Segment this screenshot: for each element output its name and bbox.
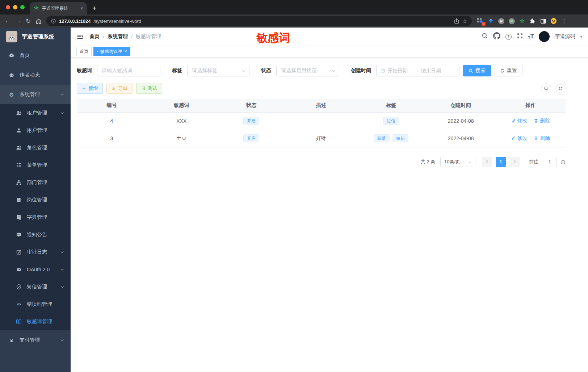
reset-button[interactable]: 重置 (495, 65, 522, 76)
side-panel-icon[interactable] (540, 18, 546, 24)
new-tab-button[interactable]: + (87, 2, 102, 14)
sidebar-item-system[interactable]: ⚙ 系统管理 (0, 85, 71, 104)
breadcrumb-separator: / (103, 34, 104, 39)
app-logo-rabbit-icon: 🐰 (6, 31, 17, 42)
sidebar-item-label: 租户管理 (27, 110, 47, 116)
browser-menu-icon[interactable]: ⋮ (561, 18, 567, 24)
address-bar[interactable]: 127.0.0.1:1024/system/sensitive-word ☆ (46, 16, 472, 26)
status-label: 状态 (261, 67, 271, 74)
sidebar-item-label: 短信管理 (27, 284, 47, 290)
screen: 芋道管理系统 × + ← → ↻ 127.0.0.1:1024/system/s… (0, 0, 588, 372)
tag-close-icon[interactable]: × (125, 49, 127, 54)
zoom-window-button[interactable] (20, 5, 25, 9)
help-icon[interactable]: ? (505, 34, 512, 40)
export-button[interactable]: 导出 (106, 83, 133, 94)
breadcrumb-home[interactable]: 首页 (89, 33, 100, 40)
info-icon[interactable] (51, 18, 56, 24)
page-number-button[interactable]: 1 (496, 157, 506, 167)
browser-tab-title: 芋道管理系统 (42, 5, 68, 12)
dashboard-icon (9, 53, 14, 58)
extension-record-icon[interactable] (508, 18, 515, 24)
sidebar-item-role[interactable]: 角色管理 (0, 139, 71, 156)
sidebar-item-home[interactable]: 首页 (0, 46, 71, 65)
app-logo-row[interactable]: 🐰 芋道管理系统 (0, 28, 71, 46)
font-size-icon[interactable]: TT (528, 33, 534, 40)
date-start-input[interactable] (387, 68, 415, 74)
share-icon[interactable] (454, 18, 459, 24)
prev-page-button[interactable] (482, 157, 492, 167)
sidebar-item-audit-log[interactable]: 审计日志 (0, 243, 71, 261)
close-window-button[interactable] (6, 5, 10, 9)
keyword-input[interactable] (97, 65, 160, 76)
sidebar-item-oauth[interactable]: OAuth 2.0 (0, 261, 71, 278)
edit-link[interactable]: 修改 (511, 135, 528, 142)
add-button[interactable]: 新增 (77, 83, 103, 94)
user-avatar[interactable] (539, 31, 550, 42)
sidebar: 🐰 芋道管理系统 首页 作者动态 ⚙ 系统管理 租户管理 (0, 28, 71, 372)
extension-command-icon[interactable]: ⌘ (498, 18, 504, 24)
sidebar-item-sms[interactable]: 短信管理 (0, 278, 71, 296)
sidebar-item-errcode[interactable]: </> 错误码管理 (0, 296, 71, 313)
breadcrumb: 首页 / 系统管理 / 敏感词管理 (89, 33, 161, 40)
home-icon[interactable] (33, 16, 43, 26)
extensions-puzzle-icon[interactable] (529, 18, 536, 24)
extension-gem-icon[interactable] (487, 18, 494, 24)
menu-tree-icon (16, 162, 22, 168)
delete-link[interactable]: 删除 (534, 118, 550, 124)
collapse-sidebar-icon[interactable] (76, 33, 84, 40)
sidebar-item-user[interactable]: 用户管理 (0, 122, 71, 139)
goto-page-input[interactable] (543, 157, 556, 167)
sidebar-item-post[interactable]: 岗位管理 (0, 191, 71, 209)
sidebar-item-payment[interactable]: ¥ 支付管理 (0, 330, 71, 350)
back-icon[interactable]: ← (3, 16, 13, 26)
table-toolbar: 新增 导出 测试 (77, 83, 566, 94)
red-annotation-text: 敏感词 (256, 30, 290, 46)
edit-link[interactable]: 修改 (511, 118, 528, 124)
reload-icon[interactable]: ↻ (23, 16, 33, 26)
page-size-select[interactable]: 10条/页 (440, 157, 475, 167)
page-content: 敏感词 标签 请选择标签 状态 请选择启用状态 (71, 58, 588, 167)
refresh-table-button[interactable] (555, 83, 566, 93)
tag-tab-sensitive-word[interactable]: ● 敏感词管理 × (93, 47, 130, 56)
show-search-toggle-button[interactable] (541, 83, 551, 93)
browser-tab[interactable]: 芋道管理系统 × (30, 2, 87, 14)
tag-tab-home[interactable]: 首页 (76, 47, 92, 56)
profile-avatar-icon[interactable] (550, 18, 557, 24)
date-range-picker[interactable]: - (376, 65, 459, 76)
calendar-icon (380, 68, 385, 73)
bookmark-star-icon[interactable]: ☆ (462, 18, 467, 25)
fullscreen-icon[interactable] (517, 33, 523, 41)
sidebar-item-label: 用户管理 (27, 127, 47, 134)
forward-icon[interactable]: → (13, 16, 23, 26)
breadcrumb-system[interactable]: 系统管理 (108, 33, 128, 40)
tab-close-icon[interactable]: × (80, 5, 83, 11)
minimize-window-button[interactable] (13, 5, 17, 9)
cell-word: 土豆 (147, 130, 217, 147)
github-icon[interactable] (493, 32, 500, 41)
test-button[interactable]: 测试 (136, 83, 162, 94)
next-page-button[interactable] (509, 157, 520, 167)
tag-select[interactable]: 请选择标签 (187, 65, 249, 76)
sidebar-item-tenant[interactable]: 租户管理 (0, 104, 71, 122)
users-icon (16, 110, 22, 116)
date-end-input[interactable] (421, 68, 448, 74)
delete-link[interactable]: 删除 (534, 135, 550, 142)
sidebar-item-menu[interactable]: 菜单管理 (0, 156, 71, 174)
sidebar-item-label: 支付管理 (20, 337, 40, 343)
header-search-icon[interactable] (482, 33, 488, 41)
sidebar-item-dict[interactable]: 字典管理 (0, 209, 71, 226)
extension-star-icon[interactable]: ☆ (519, 18, 525, 24)
active-dot-icon: ● (97, 50, 98, 53)
col-status: 状态 (217, 99, 286, 112)
user-menu-caret-icon[interactable]: ▾ (580, 34, 582, 39)
test-button-label: 测试 (148, 85, 157, 92)
sidebar-item-dept[interactable]: 部门管理 (0, 174, 71, 191)
search-button[interactable]: 搜索 (463, 65, 491, 76)
sidebar-item-notice[interactable]: 通知公告 (0, 226, 71, 243)
extension-grid-icon[interactable]: 9 (477, 18, 483, 24)
sidebar-item-sensitive-word[interactable]: 敏感词管理 (0, 313, 71, 330)
status-select[interactable]: 请选择启用状态 (276, 65, 339, 76)
favicon-leaf-icon (33, 5, 39, 11)
sidebar-item-label: 错误码管理 (27, 301, 52, 308)
sidebar-item-author-news[interactable]: 作者动态 (0, 65, 71, 85)
